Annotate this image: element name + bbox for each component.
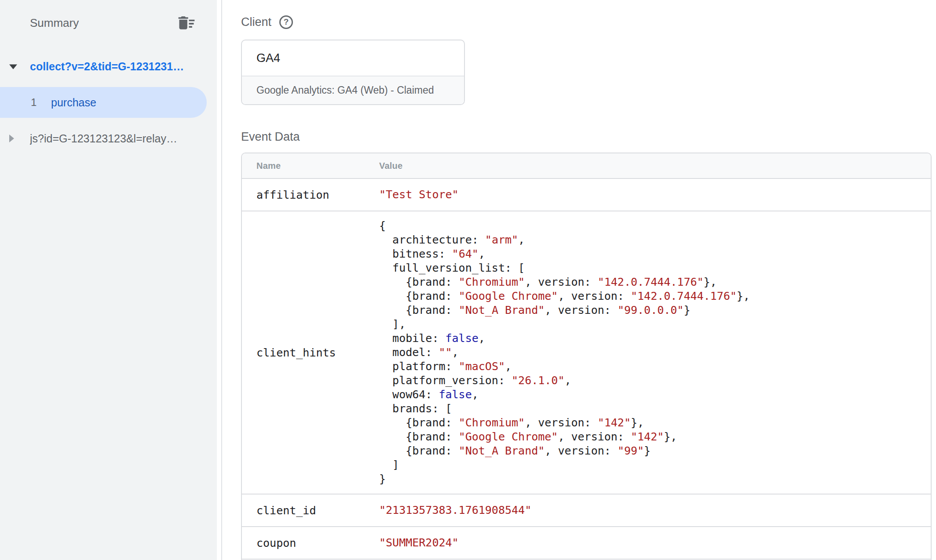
delete-sweep-icon: [177, 13, 196, 33]
json-segment-string: "99": [618, 444, 644, 457]
json-segment-string: "Chromium": [459, 416, 525, 429]
table-row-affiliation: affiliation"Test Store": [242, 178, 931, 211]
json-segment-string: "macOS": [459, 360, 505, 373]
request-list: collect?v=2&tid=G-1231231…1purchasejs?id…: [0, 53, 221, 152]
json-segment-string: "2131357383.1761908544": [379, 504, 531, 516]
cell-name: client_hints: [242, 211, 379, 494]
table-row-coupon: coupon"SUMMER2024": [242, 526, 931, 559]
client-combobox[interactable]: GA4 Google Analytics: GA4 (Web) - Claime…: [241, 40, 465, 105]
event-data-heading: Event Data: [241, 130, 300, 144]
json-segment-string: "Not_A Brand": [459, 444, 545, 457]
client-suggestion-label: Google Analytics: GA4 (Web) - Claimed: [256, 84, 434, 96]
json-segment-bool: false: [439, 388, 472, 401]
client-section-heading: Client ?: [241, 15, 936, 29]
json-segment-string: "Google Chrome": [459, 430, 558, 443]
json-segment-string: "arm": [485, 233, 518, 246]
column-header-value: Value: [379, 161, 402, 171]
json-segment-plain: , version:: [558, 430, 631, 443]
event-data-table: Name Value affiliation"Test Store"client…: [241, 153, 932, 560]
value-content: "SUMMER2024": [379, 536, 459, 550]
json-segment-plain: , version:: [525, 276, 598, 288]
sidebar-header: Summary: [0, 0, 221, 33]
caret-right-icon[interactable]: [9, 135, 14, 142]
table-row-client_hints: client_hints{ architecture: "arm", bitne…: [242, 211, 931, 494]
json-segment-string: "64": [452, 247, 479, 260]
column-header-name: Name: [242, 161, 379, 171]
help-icon[interactable]: ?: [279, 15, 293, 29]
cell-value: "SUMMER2024": [379, 527, 931, 559]
json-segment-string: "142.0.7444.176": [598, 276, 704, 288]
json-segment-string: "": [439, 346, 452, 359]
json-segment-string: "26.1.0": [512, 374, 564, 387]
cell-name: client_id: [242, 495, 379, 526]
value-content: { architecture: "arm", bitness: "64", fu…: [379, 219, 750, 486]
json-segment-string: "Not_A Brand": [459, 304, 545, 316]
client-heading: Client: [241, 15, 271, 29]
table-row-client_id: client_id"2131357383.1761908544": [242, 494, 931, 526]
json-segment-plain: , version:: [545, 444, 618, 457]
caret-down-icon[interactable]: [9, 65, 17, 69]
json-segment-plain: , version:: [525, 416, 598, 429]
json-segment-string: "Chromium": [459, 276, 525, 288]
value-content: "2131357383.1761908544": [379, 503, 531, 517]
request-item[interactable]: collect?v=2&tid=G-1231231…: [0, 53, 221, 80]
json-segment-string: "142": [598, 416, 631, 429]
clear-log-button[interactable]: [176, 13, 197, 33]
json-segment-string: "SUMMER2024": [379, 536, 459, 549]
sidebar-title: Summary: [30, 16, 79, 30]
cell-name: coupon: [242, 527, 379, 559]
json-segment-plain: { architecture:: [379, 219, 485, 246]
cell-value: "Test Store": [379, 179, 931, 211]
json-segment-plain: , version:: [545, 304, 618, 316]
table-body: affiliation"Test Store"client_hints{ arc…: [242, 178, 931, 559]
event-name: purchase: [51, 96, 96, 109]
json-segment-string: "142": [631, 430, 664, 443]
json-segment-string: "Test Store": [379, 188, 459, 201]
json-segment-string: "142.0.7444.176": [631, 290, 737, 302]
main-panel: Client ? GA4 Google Analytics: GA4 (Web)…: [223, 0, 936, 560]
event-data-section-heading: Event Data: [241, 129, 936, 144]
client-suggestion-option[interactable]: Google Analytics: GA4 (Web) - Claimed: [242, 76, 464, 104]
json-segment-string: "99.0.0.0": [618, 304, 684, 316]
client-input[interactable]: GA4: [242, 40, 464, 76]
request-label: collect?v=2&tid=G-1231231…: [30, 60, 184, 73]
event-item-purchase[interactable]: 1purchase: [0, 87, 207, 118]
request-item[interactable]: js?id=G-123123123&l=relay…: [0, 125, 221, 152]
table-header-row: Name Value: [242, 153, 931, 178]
cell-name: affiliation: [242, 179, 379, 211]
request-label: js?id=G-123123123&l=relay…: [30, 132, 177, 145]
summary-sidebar: Summary collect?v=2&tid=G-1231231…1purch…: [0, 0, 222, 560]
json-segment-plain: , version:: [558, 290, 631, 302]
event-index: 1: [31, 96, 41, 109]
value-content: "Test Store": [379, 188, 459, 202]
client-value: GA4: [256, 51, 280, 65]
cell-value: "2131357383.1761908544": [379, 495, 931, 526]
cell-value: { architecture: "arm", bitness: "64", fu…: [379, 211, 931, 494]
json-segment-bool: false: [446, 332, 479, 345]
json-segment-string: "Google Chrome": [459, 290, 558, 302]
